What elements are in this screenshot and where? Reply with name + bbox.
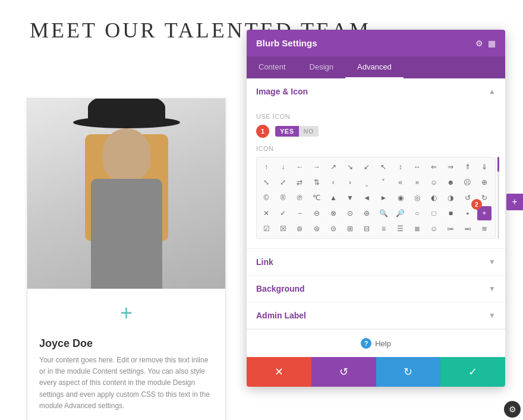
float-add-button[interactable]: + xyxy=(506,194,523,210)
icon-cell[interactable]: ◐ xyxy=(427,191,441,205)
icon-cell[interactable]: ⇓ xyxy=(477,160,492,174)
modal-body: Image & Icon ▲ Use Icon 1 YES NO Icon xyxy=(247,78,505,357)
icon-scrollbar-track xyxy=(497,157,499,239)
icon-cell[interactable]: ☹ xyxy=(461,175,475,190)
icon-cell[interactable]: ≋ xyxy=(477,222,492,236)
icon-cell[interactable]: ↓ xyxy=(276,160,290,174)
icon-cell[interactable]: ˅ xyxy=(376,175,390,190)
icon-cell[interactable]: → xyxy=(310,160,324,174)
icon-cell[interactable]: ℃ xyxy=(310,191,324,205)
modal-header-actions: ⚙ ▦ xyxy=(475,39,496,48)
icon-cell[interactable]: ☺ xyxy=(427,222,441,236)
save-button[interactable]: ✓ xyxy=(440,357,505,387)
section-image-icon-header[interactable]: Image & Icon ▲ xyxy=(247,78,505,105)
section-image-icon-title: Image & Icon xyxy=(256,87,308,96)
icon-cell[interactable]: ◎ xyxy=(410,191,424,205)
icon-cell[interactable]: ≡ xyxy=(376,222,390,236)
icon-cell[interactable]: ▲ xyxy=(326,191,341,205)
icon-cell[interactable]: ⊛ xyxy=(360,206,374,220)
tab-design[interactable]: Design xyxy=(298,56,345,78)
icon-cell[interactable]: 🔎 xyxy=(393,206,408,220)
icon-cell[interactable]: ⇒ xyxy=(443,160,458,174)
icon-cell[interactable]: ↙ xyxy=(360,160,374,174)
icon-cell[interactable]: « xyxy=(393,175,408,190)
toggle-no[interactable]: NO xyxy=(299,126,319,137)
icon-cell[interactable]: □ xyxy=(427,206,441,220)
icon-cell[interactable]: ⊚ xyxy=(292,222,307,236)
icon-cell[interactable]: 🔍 xyxy=(376,206,390,220)
icon-cell[interactable]: ≕ xyxy=(461,222,475,236)
team-card-icon: + xyxy=(27,289,225,337)
cancel-button[interactable]: ✕ xyxy=(247,357,311,387)
icon-cell[interactable]: ↑ xyxy=(259,160,273,174)
section-background-title: Background xyxy=(256,284,305,293)
team-card-description: Your content goes here. Edit or remove t… xyxy=(27,355,225,420)
icon-cell[interactable]: ⊙ xyxy=(343,206,357,220)
icon-cell[interactable]: ☰ xyxy=(393,222,408,236)
icon-cell[interactable]: ○ xyxy=(410,206,424,220)
icon-cell[interactable]: ◄ xyxy=(360,191,374,205)
modal-footer: ✕ ↺ ↻ ✓ xyxy=(247,357,505,387)
use-icon-toggle[interactable]: YES NO xyxy=(275,126,319,137)
icon-grid-container: ↑ ↓ ← → ↗ ↘ ↙ ↖ ↕ ↔ ⇐ ⇒ ⇑ ⇓ xyxy=(256,157,496,239)
icon-cell[interactable]: ⊖ xyxy=(310,206,324,220)
section-admin-label-chevron: ▼ xyxy=(489,311,496,320)
icon-cell[interactable]: ✕ xyxy=(259,206,273,220)
icon-cell[interactable]: ≔ xyxy=(443,222,458,236)
icon-cell[interactable]: ☑ xyxy=(259,222,273,236)
icon-cell[interactable]: © xyxy=(259,191,273,205)
icon-cell[interactable]: ◉ xyxy=(393,191,408,205)
icon-cell[interactable]: ☺ xyxy=(427,175,441,190)
icon-cell[interactable]: ® xyxy=(276,191,290,205)
help-text[interactable]: Help xyxy=(375,339,391,348)
modal-layout-icon[interactable]: ▦ xyxy=(488,39,496,48)
icon-cell[interactable]: ‹ xyxy=(326,175,341,190)
icon-cell[interactable]: ■ xyxy=(443,206,458,220)
icon-cell[interactable]: ↕ xyxy=(393,160,408,174)
toggle-yes[interactable]: YES xyxy=(275,126,299,137)
icon-cell[interactable]: ⊕ xyxy=(477,175,492,190)
icon-cell[interactable]: ↔ xyxy=(410,160,424,174)
section-image-icon-chevron: ▲ xyxy=(489,87,496,96)
float-settings-button[interactable]: ⚙ xyxy=(504,401,521,418)
icon-cell[interactable]: ℗ xyxy=(292,191,307,205)
icon-cell[interactable]: ⊜ xyxy=(310,222,324,236)
icon-cell[interactable]: ◑ xyxy=(443,191,458,205)
tab-content[interactable]: Content xyxy=(247,56,298,78)
icon-cell[interactable]: ⤡ xyxy=(259,175,273,190)
icon-cell[interactable]: ↖ xyxy=(376,160,390,174)
section-link-header[interactable]: Link ▼ xyxy=(247,249,505,275)
icon-cell[interactable]: » xyxy=(410,175,424,190)
icon-cell[interactable]: ↗ xyxy=(326,160,341,174)
icon-cell[interactable]: ► xyxy=(376,191,390,205)
icon-cell[interactable]: ☒ xyxy=(276,222,290,236)
icon-cell[interactable]: › xyxy=(343,175,357,190)
icon-cell[interactable]: ⇅ xyxy=(310,175,324,190)
icon-cell[interactable]: ▼ xyxy=(343,191,357,205)
icon-cell[interactable]: ⊞ xyxy=(343,222,357,236)
icon-cell[interactable]: ← xyxy=(292,160,307,174)
section-background-header[interactable]: Background ▼ xyxy=(247,276,505,302)
icon-cell[interactable]: ✓ xyxy=(276,206,290,220)
tab-advanced[interactable]: Advanced xyxy=(345,56,404,78)
icon-cell[interactable]: ⊟ xyxy=(360,222,374,236)
section-admin-label-header[interactable]: Admin Label ▼ xyxy=(247,302,505,329)
icon-cell[interactable]: − xyxy=(292,206,307,220)
icon-cell[interactable]: ⊝ xyxy=(326,222,341,236)
icon-cell[interactable]: ☻ xyxy=(443,175,458,190)
icon-cell[interactable]: ⤢ xyxy=(276,175,290,190)
undo-button[interactable]: ↺ xyxy=(311,357,376,387)
help-icon: ? xyxy=(361,338,371,349)
icon-scrollbar-thumb xyxy=(497,157,499,172)
icon-cell[interactable]: ⊗ xyxy=(326,206,341,220)
modal-panel: Blurb Settings ⚙ ▦ Content Design Advanc… xyxy=(247,30,505,387)
redo-button[interactable]: ↻ xyxy=(376,357,441,387)
icon-cell[interactable]: ⇐ xyxy=(427,160,441,174)
icon-cell[interactable]: ≣ xyxy=(410,222,424,236)
icon-cell-selected[interactable]: + 2 xyxy=(477,206,492,220)
icon-cell[interactable]: ‸ xyxy=(360,175,374,190)
icon-cell[interactable]: ⇄ xyxy=(292,175,307,190)
modal-settings-icon[interactable]: ⚙ xyxy=(475,39,483,48)
icon-cell[interactable]: ⇑ xyxy=(461,160,475,174)
icon-cell[interactable]: ↘ xyxy=(343,160,357,174)
